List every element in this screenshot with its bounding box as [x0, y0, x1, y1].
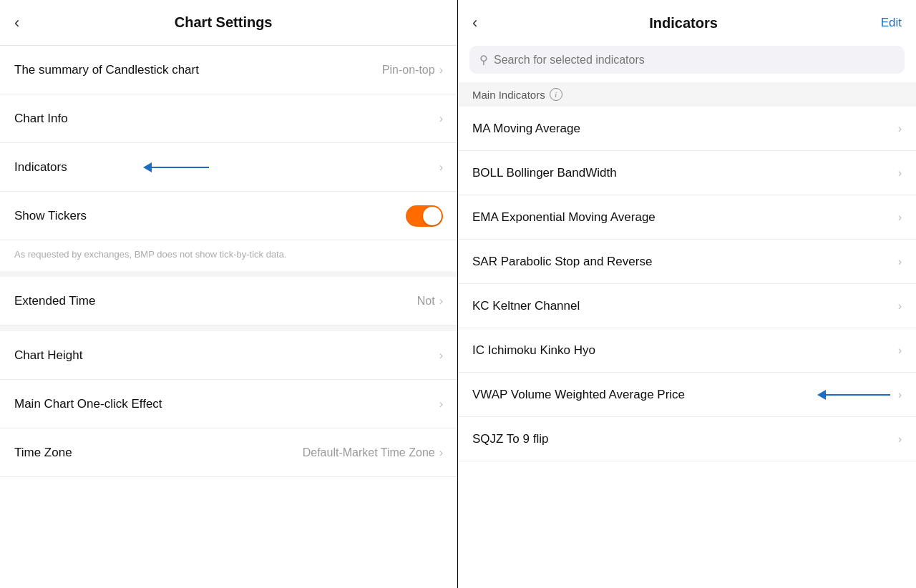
- menu-item-indicators[interactable]: Indicators ›: [0, 143, 457, 192]
- arrow-head-icon: [143, 162, 152, 172]
- chevron-icon: ›: [898, 122, 902, 135]
- chevron-icon: ›: [898, 300, 902, 313]
- edit-button[interactable]: Edit: [881, 16, 902, 30]
- right-header: ‹ Indicators Edit: [458, 0, 916, 46]
- menu-item-summary-value: Pin-on-top: [382, 64, 435, 77]
- menu-item-time-zone-value: Default-Market Time Zone: [303, 446, 435, 459]
- menu-item-extended-time[interactable]: Extended Time Not ›: [0, 277, 457, 325]
- chevron-icon: ›: [898, 255, 902, 268]
- search-bar[interactable]: ⚲: [469, 46, 905, 74]
- indicator-sar-label: SAR Parabolic Stop and Reverse: [472, 255, 898, 269]
- menu-item-extended-time-value: Not: [417, 295, 435, 308]
- chevron-icon: ›: [898, 211, 902, 224]
- right-panel: ‹ Indicators Edit ⚲ Main Indicators i MA…: [458, 0, 916, 588]
- tickers-note: As requested by exchanges, BMP does not …: [0, 240, 457, 277]
- indicator-boll-label: BOLL Bollinger BandWidth: [472, 166, 898, 180]
- search-input[interactable]: [494, 54, 895, 67]
- chevron-icon: ›: [439, 112, 443, 125]
- menu-item-summary[interactable]: The summary of Candlestick chart Pin-on-…: [0, 46, 457, 94]
- chevron-icon: ›: [898, 433, 902, 446]
- indicator-item-kc[interactable]: KC Keltner Channel ›: [458, 284, 916, 328]
- menu-item-show-tickers[interactable]: Show Tickers: [0, 192, 457, 240]
- menu-item-indicators-label: Indicators: [14, 160, 439, 175]
- left-panel-title: Chart Settings: [28, 14, 419, 31]
- menu-item-chart-height-label: Chart Height: [14, 348, 439, 363]
- menu-item-main-chart-effect-label: Main Chart One-click Effect: [14, 397, 439, 411]
- menu-item-time-zone-label: Time Zone: [14, 446, 303, 460]
- menu-item-chart-info[interactable]: Chart Info ›: [0, 94, 457, 143]
- info-icon: i: [550, 88, 562, 101]
- indicator-kc-label: KC Keltner Channel: [472, 299, 898, 313]
- chevron-icon: ›: [439, 161, 443, 174]
- chevron-icon: ›: [439, 446, 443, 459]
- chevron-icon: ›: [898, 167, 902, 180]
- chevron-icon: ›: [439, 64, 443, 77]
- arrow-line: [152, 167, 209, 168]
- chevron-icon: ›: [439, 398, 443, 411]
- menu-item-main-chart-effect[interactable]: Main Chart One-click Effect ›: [0, 380, 457, 428]
- indicator-ic-label: IC Ichimoku Kinko Hyo: [472, 343, 898, 358]
- indicator-item-ic[interactable]: IC Ichimoku Kinko Hyo ›: [458, 328, 916, 373]
- menu-item-time-zone[interactable]: Time Zone Default-Market Time Zone ›: [0, 428, 457, 477]
- indicator-ema-label: EMA Exponential Moving Average: [472, 210, 898, 225]
- indicator-item-vwap[interactable]: VWAP Volume Weighted Average Price ›: [458, 373, 916, 417]
- section-header-label: Main Indicators: [472, 89, 545, 101]
- indicator-item-sqjz[interactable]: SQJZ To 9 flip ›: [458, 417, 916, 461]
- indicators-arrow-annotation: [143, 162, 209, 172]
- chevron-icon: ›: [439, 295, 443, 308]
- vwap-arrow-line: [826, 394, 890, 396]
- left-header: ‹ Chart Settings: [0, 0, 457, 46]
- menu-item-summary-label: The summary of Candlestick chart: [14, 63, 382, 77]
- menu-item-chart-info-label: Chart Info: [14, 112, 439, 126]
- right-back-button[interactable]: ‹: [472, 14, 477, 32]
- search-icon: ⚲: [479, 53, 488, 67]
- indicators-section-header: Main Indicators i: [458, 82, 916, 107]
- chevron-icon: ›: [439, 349, 443, 362]
- indicator-item-ema[interactable]: EMA Exponential Moving Average ›: [458, 195, 916, 240]
- left-panel: ‹ Chart Settings The summary of Candlest…: [0, 0, 458, 588]
- indicator-item-boll[interactable]: BOLL Bollinger BandWidth ›: [458, 151, 916, 195]
- right-panel-title: Indicators: [486, 15, 880, 31]
- indicator-item-sar[interactable]: SAR Parabolic Stop and Reverse ›: [458, 240, 916, 284]
- menu-item-chart-height[interactable]: Chart Height ›: [0, 331, 457, 380]
- menu-item-show-tickers-label: Show Tickers: [14, 209, 406, 223]
- chevron-icon: ›: [898, 388, 902, 401]
- toggle-knob: [423, 207, 442, 225]
- vwap-arrow-annotation: [817, 390, 890, 400]
- indicator-item-ma[interactable]: MA Moving Average ›: [458, 107, 916, 151]
- left-back-button[interactable]: ‹: [14, 14, 19, 32]
- indicator-ma-label: MA Moving Average: [472, 122, 898, 136]
- vwap-arrow-head-icon: [817, 390, 826, 400]
- section-divider: [0, 325, 457, 331]
- show-tickers-toggle[interactable]: [406, 205, 443, 227]
- indicator-sqjz-label: SQJZ To 9 flip: [472, 432, 898, 446]
- chevron-icon: ›: [898, 344, 902, 357]
- menu-item-extended-time-label: Extended Time: [14, 294, 417, 308]
